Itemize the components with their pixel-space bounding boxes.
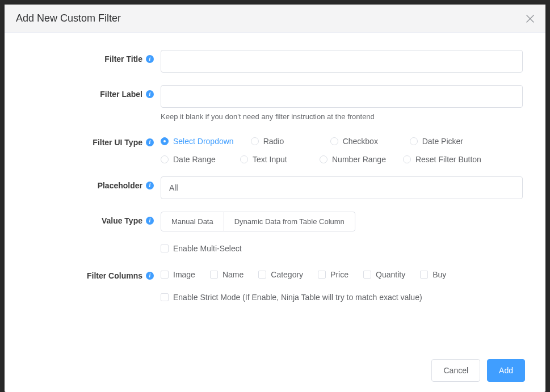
- ui-type-radio-date_range[interactable]: Date Range: [161, 155, 223, 164]
- filter-columns-label: Filter Columns i: [27, 267, 161, 280]
- filter-title-input[interactable]: [161, 50, 523, 73]
- filter-ui-type-label: Filter UI Type i: [27, 133, 161, 147]
- column-checkbox[interactable]: Name: [210, 270, 243, 279]
- checkbox-label: Enable Strict Mode (If Enable, Ninja Tab…: [173, 293, 422, 302]
- checkbox-label: Price: [330, 270, 349, 279]
- value-type-option[interactable]: Manual Data: [161, 212, 224, 231]
- checkbox-box-icon: [161, 245, 169, 252]
- value-type-label: Value Type i: [27, 212, 161, 225]
- radio-circle-icon: [410, 137, 418, 145]
- column-checkbox[interactable]: Quantity: [363, 270, 405, 279]
- info-icon[interactable]: i: [146, 217, 154, 225]
- info-icon[interactable]: i: [146, 55, 154, 63]
- add-button[interactable]: Add: [487, 359, 525, 382]
- radio-label: Radio: [263, 137, 284, 146]
- radio-label: Number Range: [332, 155, 386, 164]
- checkbox-box-icon: [318, 271, 326, 279]
- strict-mode-checkbox[interactable]: Enable Strict Mode (If Enable, Ninja Tab…: [161, 293, 422, 302]
- column-checkbox[interactable]: Image: [161, 270, 195, 279]
- modal-footer: Cancel Add: [5, 351, 545, 392]
- radio-circle-icon: [403, 155, 411, 163]
- radio-circle-icon: [240, 155, 248, 163]
- checkbox-box-icon: [161, 271, 169, 279]
- label-text: Filter Columns: [87, 271, 142, 280]
- checkbox-box-icon: [161, 293, 169, 301]
- checkbox-label: Enable Multi-Select: [173, 244, 242, 253]
- radio-circle-icon: [330, 137, 338, 145]
- checkbox-label: Image: [173, 270, 195, 279]
- radio-label: Text Input: [253, 155, 287, 164]
- checkbox-label: Buy: [433, 270, 446, 279]
- radio-circle-icon: [320, 155, 328, 163]
- checkbox-box-icon: [363, 271, 371, 279]
- placeholder-label: Placeholder i: [27, 176, 161, 190]
- add-filter-modal: Add New Custom Filter Filter Title i Fil…: [5, 5, 545, 392]
- radio-label: Select Dropdown: [173, 137, 234, 146]
- filter-title-label: Filter Title i: [27, 50, 161, 64]
- label-text: Placeholder: [98, 181, 142, 190]
- checkbox-box-icon: [420, 271, 428, 279]
- label-text: Filter Title: [104, 54, 142, 64]
- filter-label-label: Filter Label i: [27, 85, 161, 99]
- ui-type-radio-text_input[interactable]: Text Input: [240, 155, 303, 164]
- checkbox-label: Name: [222, 270, 243, 279]
- modal-body: Filter Title i Filter Label i Keep it bl…: [5, 33, 545, 351]
- ui-type-radio-group: Select DropdownRadioCheckboxDate PickerD…: [161, 133, 523, 164]
- cancel-button[interactable]: Cancel: [431, 359, 480, 382]
- filter-label-input[interactable]: [161, 85, 523, 108]
- checkbox-box-icon: [210, 271, 218, 279]
- filter-label-hint: Keep it blank if you don't need any filt…: [161, 112, 523, 121]
- radio-circle-icon: [161, 155, 169, 163]
- ui-type-radio-date_picker[interactable]: Date Picker: [410, 137, 472, 146]
- value-type-segmented: Manual DataDynamic Data from Table Colum…: [161, 212, 355, 231]
- label-text: Filter Label: [100, 90, 142, 99]
- info-icon[interactable]: i: [146, 138, 154, 146]
- radio-circle-icon: [251, 137, 259, 145]
- multi-select-checkbox[interactable]: Enable Multi-Select: [161, 244, 242, 253]
- column-checkbox[interactable]: Category: [258, 270, 303, 279]
- checkbox-box-icon: [258, 271, 266, 279]
- close-icon[interactable]: [526, 15, 534, 23]
- label-text: Value Type: [102, 216, 142, 225]
- column-checkbox[interactable]: Buy: [420, 270, 446, 279]
- info-icon[interactable]: i: [146, 272, 154, 280]
- radio-label: Checkbox: [343, 137, 378, 146]
- info-icon[interactable]: i: [146, 90, 154, 98]
- checkbox-label: Category: [271, 270, 303, 279]
- radio-circle-icon: [161, 137, 169, 145]
- column-checkbox[interactable]: Price: [318, 270, 349, 279]
- checkbox-label: Quantity: [376, 270, 405, 279]
- placeholder-input[interactable]: [161, 176, 523, 199]
- ui-type-radio-radio[interactable]: Radio: [251, 137, 313, 146]
- radio-label: Date Range: [173, 155, 216, 164]
- ui-type-radio-checkbox[interactable]: Checkbox: [330, 137, 393, 146]
- info-icon[interactable]: i: [146, 182, 154, 189]
- ui-type-radio-select_dropdown[interactable]: Select Dropdown: [161, 137, 234, 146]
- label-text: Filter UI Type: [93, 138, 142, 147]
- modal-header: Add New Custom Filter: [5, 5, 545, 33]
- radio-label: Reset Filter Button: [415, 155, 481, 164]
- value-type-option[interactable]: Dynamic Data from Table Column: [224, 212, 355, 231]
- ui-type-radio-reset_filter[interactable]: Reset Filter Button: [403, 155, 481, 164]
- ui-type-radio-number_range[interactable]: Number Range: [320, 155, 386, 164]
- columns-checkbox-group: ImageNameCategoryPriceQuantityBuy: [161, 267, 523, 279]
- modal-title: Add New Custom Filter: [16, 12, 121, 24]
- radio-label: Date Picker: [422, 137, 463, 146]
